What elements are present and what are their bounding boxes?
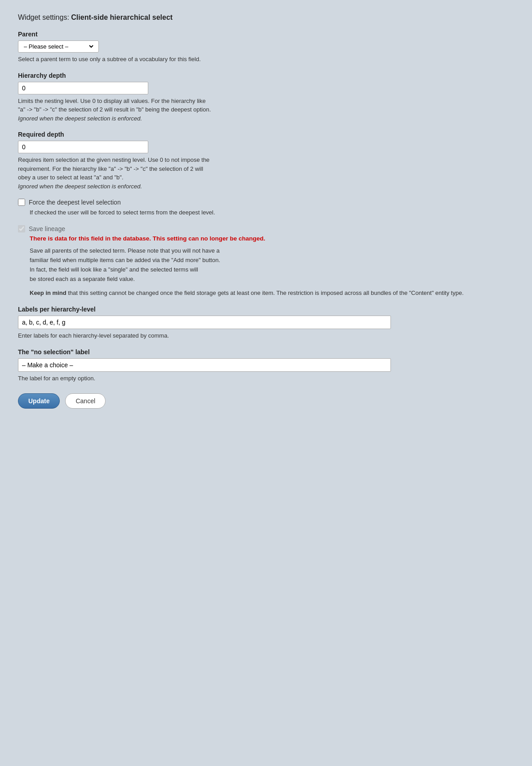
force-deepest-section: Force the deepest level selection If che… <box>18 199 514 217</box>
page-title: Widget settings: Client-side hierarchica… <box>18 13 514 22</box>
parent-select[interactable]: – Please select – <box>22 43 95 50</box>
no-selection-label-input[interactable] <box>18 358 391 372</box>
hierarchy-depth-description: Limits the nesting level. Use 0 to displ… <box>18 97 514 123</box>
force-deepest-row: Force the deepest level selection <box>18 199 514 206</box>
hierarchy-depth-input[interactable] <box>18 82 148 94</box>
parent-section: Parent – Please select – Select a parent… <box>18 31 514 64</box>
required-depth-desc3: obey a user to select at least "a" and "… <box>18 174 124 181</box>
required-depth-section: Required depth Requires item selection a… <box>18 131 514 191</box>
labels-per-level-section: Labels per hierarchy-level Enter labels … <box>18 306 514 340</box>
save-lineage-details: There is data for this field in the data… <box>18 235 514 298</box>
no-selection-label-section: The "no selection" label The label for a… <box>18 348 514 383</box>
button-row: Update Cancel <box>18 393 514 409</box>
required-depth-desc1: Requires item selection at the given nes… <box>18 156 209 163</box>
update-button[interactable]: Update <box>18 393 60 409</box>
no-selection-label-description: The label for an empty option. <box>18 374 514 383</box>
required-depth-desc-italic: Ignored when the deepest selection is en… <box>18 183 142 190</box>
hierarchy-depth-section: Hierarchy depth Limits the nesting level… <box>18 72 514 123</box>
hierarchy-depth-desc1: Limits the nesting level. Use 0 to displ… <box>18 98 206 104</box>
save-lineage-keep-in-mind: Keep in mind that this setting cannot be… <box>30 289 514 298</box>
force-deepest-description: If checked the user will be forced to se… <box>30 208 514 217</box>
save-lineage-desc1: Save all parents of the selected term. P… <box>30 246 514 284</box>
keep-in-mind-bold: Keep in mind <box>30 289 66 296</box>
parent-label: Parent <box>18 31 514 38</box>
parent-description: Select a parent term to use only a subtr… <box>18 55 514 64</box>
required-depth-label: Required depth <box>18 131 514 138</box>
labels-per-level-label: Labels per hierarchy-level <box>18 306 514 313</box>
save-lineage-section: Save lineage There is data for this fiel… <box>18 225 514 298</box>
parent-select-wrapper[interactable]: – Please select – <box>18 40 99 53</box>
save-lineage-checkbox[interactable] <box>18 225 25 232</box>
hierarchy-depth-desc2: "a" -> "b" -> "c" the selection of 2 wil… <box>18 106 211 113</box>
page-title-bold: Client-side hierarchical select <box>71 13 173 21</box>
required-depth-desc2: requirement. For the hierarchy like "a" … <box>18 165 203 172</box>
save-lineage-warning: There is data for this field in the data… <box>30 235 514 243</box>
no-selection-label-label: The "no selection" label <box>18 348 514 356</box>
force-deepest-label: Force the deepest level selection <box>29 199 121 206</box>
page-title-prefix: Widget settings: <box>18 13 71 21</box>
save-lineage-row: Save lineage <box>18 225 514 232</box>
cancel-button[interactable]: Cancel <box>65 393 106 409</box>
hierarchy-depth-label: Hierarchy depth <box>18 72 514 79</box>
hierarchy-depth-desc-italic: Ignored when the deepest selection is en… <box>18 115 142 122</box>
required-depth-description: Requires item selection at the given nes… <box>18 156 514 191</box>
force-deepest-desc-block: If checked the user will be forced to se… <box>18 208 514 217</box>
required-depth-input[interactable] <box>18 141 148 153</box>
keep-in-mind-rest: that this setting cannot be changed once… <box>66 289 464 296</box>
save-lineage-label: Save lineage <box>29 225 65 232</box>
page-title-section: Widget settings: Client-side hierarchica… <box>18 13 514 22</box>
labels-per-level-description: Enter labels for each hierarchy-level se… <box>18 331 514 340</box>
force-deepest-checkbox[interactable] <box>18 199 25 206</box>
labels-per-level-input[interactable] <box>18 316 391 329</box>
